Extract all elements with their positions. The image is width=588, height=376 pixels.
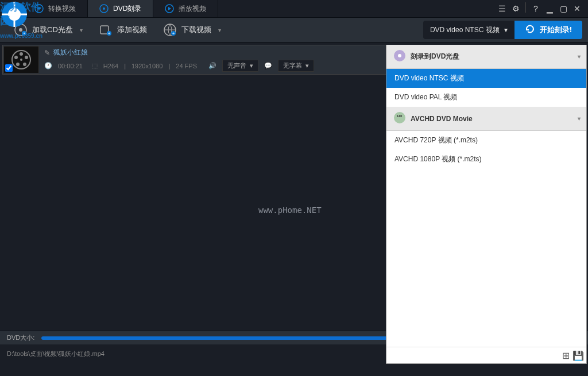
- audio-select[interactable]: 无声音 ▾: [222, 60, 258, 72]
- svg-point-22: [20, 59, 22, 61]
- tab-label: DVD刻录: [113, 4, 141, 14]
- video-resolution: 1920x1080: [131, 63, 163, 69]
- video-checkbox[interactable]: [5, 64, 13, 72]
- dropdown-section-header[interactable]: HD AVCHD DVD Movie ▾: [386, 107, 586, 131]
- gear-icon[interactable]: ⚙: [509, 2, 522, 15]
- convert-icon: [34, 4, 44, 13]
- menu-icon[interactable]: ☰: [496, 2, 508, 15]
- maximize-icon[interactable]: ▢: [557, 2, 570, 15]
- button-label: 下载视频: [181, 25, 211, 35]
- svg-point-21: [14, 56, 18, 59]
- svg-text:+: +: [23, 31, 26, 36]
- add-icon[interactable]: ⊞: [561, 351, 570, 360]
- chevron-down-icon: ▾: [80, 27, 83, 33]
- svg-point-4: [103, 7, 105, 10]
- video-thumbnail[interactable]: [3, 46, 39, 73]
- action-bar: DVD video NTSC 视频 ▾ 开始刻录!: [423, 21, 582, 39]
- svg-point-24: [398, 54, 401, 57]
- dropdown-item[interactable]: DVD video PAL 视频: [386, 88, 586, 107]
- tab-strip: 转换视频 DVD刻录 播放视频: [0, 0, 218, 17]
- disc-icon: [99, 4, 109, 13]
- minimize-icon[interactable]: ▁: [543, 2, 556, 15]
- svg-point-20: [16, 63, 20, 66]
- start-burn-button[interactable]: 开始刻录!: [514, 21, 582, 39]
- close-icon[interactable]: ✕: [571, 2, 583, 15]
- dropdown-section-header[interactable]: 刻录到DVD光盘 ▾: [386, 45, 586, 69]
- audio-value: 无声音: [227, 61, 246, 70]
- play-icon: [165, 4, 174, 13]
- button-label: 添加视频: [117, 25, 147, 35]
- title-bar: 河东软件园 www.pc0359.cn 转换视频 DVD刻录 播放视频 ☰ ⚙ …: [0, 0, 588, 17]
- help-icon[interactable]: ?: [529, 2, 542, 15]
- pencil-icon[interactable]: ✎: [44, 49, 50, 57]
- chevron-down-icon: ▾: [250, 62, 253, 69]
- svg-point-18: [25, 56, 28, 59]
- tab-label: 播放视频: [179, 4, 206, 14]
- svg-point-17: [20, 52, 23, 56]
- app-logo: 河东软件园 www.pc0359.cn: [0, 0, 29, 29]
- separator: [525, 2, 526, 13]
- hd-disc-icon: HD: [393, 111, 406, 126]
- film-icon: +: [99, 23, 113, 37]
- chevron-down-icon: ▾: [218, 27, 221, 33]
- speaker-icon: 🔊: [208, 62, 216, 69]
- dropdown-item[interactable]: DVD video NTSC 视频: [386, 69, 586, 88]
- svg-text:+: +: [172, 31, 175, 36]
- format-label: DVD video NTSC 视频: [430, 25, 500, 35]
- svg-point-25: [394, 112, 405, 123]
- save-icon[interactable]: 💾: [574, 351, 583, 360]
- clock-icon: 🕐: [44, 62, 52, 69]
- subtitle-icon: 💬: [264, 62, 272, 69]
- svg-text:HD: HD: [397, 114, 403, 118]
- video-duration: 00:00:21: [58, 63, 83, 69]
- svg-text:+: +: [107, 31, 110, 36]
- globe-icon: +: [163, 23, 177, 37]
- video-title: 狐妖小红娘: [53, 48, 88, 57]
- dropdown-item[interactable]: AVCHD 720P 视频 (*.m2ts): [386, 131, 586, 150]
- subtitle-select[interactable]: 无字幕 ▾: [278, 60, 314, 72]
- video-fps: 24 FPS: [176, 63, 197, 69]
- section-title: 刻录到DVD光盘: [411, 52, 459, 61]
- tab-label: 转换视频: [48, 4, 76, 14]
- section-title: AVCHD DVD Movie: [411, 115, 473, 123]
- chevron-down-icon: ▾: [578, 115, 581, 122]
- size-label: DVD大小:: [7, 334, 34, 342]
- tab-dvd-burn[interactable]: DVD刻录: [88, 0, 153, 17]
- tab-play-video[interactable]: 播放视频: [153, 0, 218, 17]
- chevron-down-icon: ▾: [305, 62, 309, 69]
- svg-point-19: [23, 63, 26, 66]
- film-reel-icon: [11, 49, 32, 70]
- add-video-button[interactable]: + 添加视频: [91, 20, 155, 40]
- chevron-down-icon: ▾: [578, 53, 581, 60]
- window-controls: ☰ ⚙ ? ▁ ▢ ✕: [496, 2, 588, 15]
- button-label: 开始刻录!: [540, 25, 572, 35]
- file-path: D:\tools\桌面\视频\狐妖小红娘.mp4: [7, 350, 105, 358]
- chevron-down-icon: ▾: [504, 26, 508, 34]
- format-dropdown-panel: 刻录到DVD光盘 ▾ DVD video NTSC 视频 DVD video P…: [386, 45, 587, 364]
- watermark-text: www.pHome.NET: [258, 206, 322, 215]
- download-video-button[interactable]: + 下载视频 ▾: [155, 20, 229, 40]
- refresh-icon: [525, 24, 535, 36]
- dvd-disc-icon: [393, 49, 406, 64]
- content-area: ✎ 狐妖小红娘 🕐 00:00:21 ⬚ H264 | 1920x1080 | …: [0, 45, 588, 362]
- subtitle-value: 无字幕: [283, 61, 302, 70]
- video-codec: H264: [103, 63, 118, 69]
- format-select[interactable]: DVD video NTSC 视频 ▾: [423, 21, 514, 39]
- dropdown-item[interactable]: AVCHD 1080P 视频 (*.m2ts): [386, 150, 586, 169]
- toolbar: + 加载CD光盘 ▾ + 添加视频 + 下载视频 ▾ DVD video NTS…: [0, 17, 588, 42]
- button-label: 加载CD光盘: [32, 25, 73, 35]
